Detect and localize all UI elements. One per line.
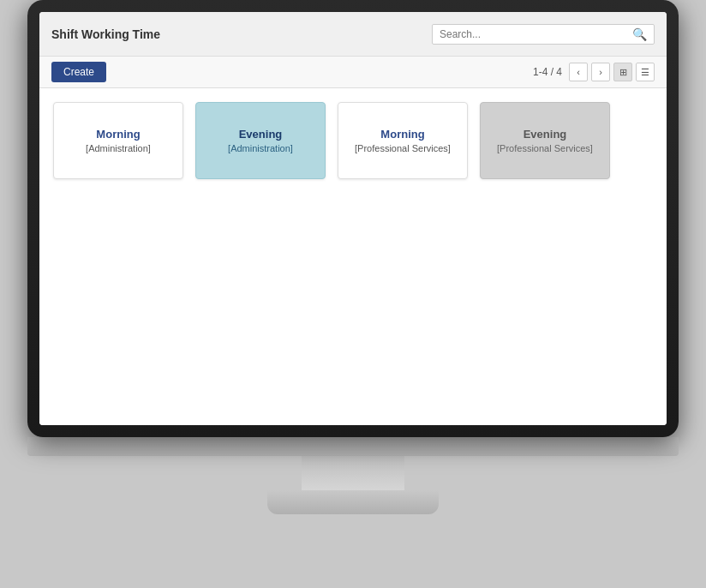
card-title: Evening bbox=[524, 128, 567, 141]
card-subtitle: [Professional Services] bbox=[355, 143, 451, 153]
card-title: Evening bbox=[239, 128, 283, 141]
card-subtitle: [Administration] bbox=[228, 143, 293, 153]
content-area: Morning[Administration]Evening[Administr… bbox=[39, 88, 667, 425]
toolbar: Create 1-4 / 4 ‹ › ⊞ ☰ bbox=[39, 57, 667, 88]
app-header: Shift Working Time 🔍 bbox=[39, 12, 667, 57]
create-button[interactable]: Create bbox=[51, 62, 106, 82]
pagination-text: 1-4 / 4 bbox=[533, 66, 562, 78]
cards-container: Morning[Administration]Evening[Administr… bbox=[53, 102, 653, 179]
prev-page-button[interactable]: ‹ bbox=[569, 63, 588, 81]
card-title: Morning bbox=[380, 128, 424, 141]
next-page-button[interactable]: › bbox=[591, 63, 610, 81]
monitor-outer: Shift Working Time 🔍 Create 1-4 / 4 ‹ › … bbox=[27, 0, 679, 437]
card-item[interactable]: Morning[Administration] bbox=[53, 102, 183, 179]
grid-view-button[interactable]: ⊞ bbox=[613, 63, 632, 81]
card-subtitle: [Administration] bbox=[86, 143, 151, 153]
search-container: 🔍 bbox=[432, 24, 655, 45]
search-input[interactable] bbox=[440, 28, 632, 40]
monitor-stand-base bbox=[267, 490, 439, 514]
page-title: Shift Working Time bbox=[51, 27, 160, 41]
search-icon-button[interactable]: 🔍 bbox=[632, 27, 647, 41]
pagination-controls: 1-4 / 4 ‹ › ⊞ ☰ bbox=[533, 63, 655, 81]
card-item[interactable]: Evening[Professional Services] bbox=[480, 102, 610, 179]
card-item[interactable]: Evening[Administration] bbox=[195, 102, 326, 179]
monitor-wrapper: Shift Working Time 🔍 Create 1-4 / 4 ‹ › … bbox=[0, 0, 706, 588]
card-subtitle: [Professional Services] bbox=[497, 143, 593, 153]
monitor-chin bbox=[27, 437, 679, 456]
list-view-button[interactable]: ☰ bbox=[636, 63, 655, 81]
card-item[interactable]: Morning[Professional Services] bbox=[338, 102, 468, 179]
monitor-stand-top bbox=[302, 456, 404, 490]
monitor-screen: Shift Working Time 🔍 Create 1-4 / 4 ‹ › … bbox=[39, 12, 667, 425]
card-title: Morning bbox=[96, 128, 140, 141]
